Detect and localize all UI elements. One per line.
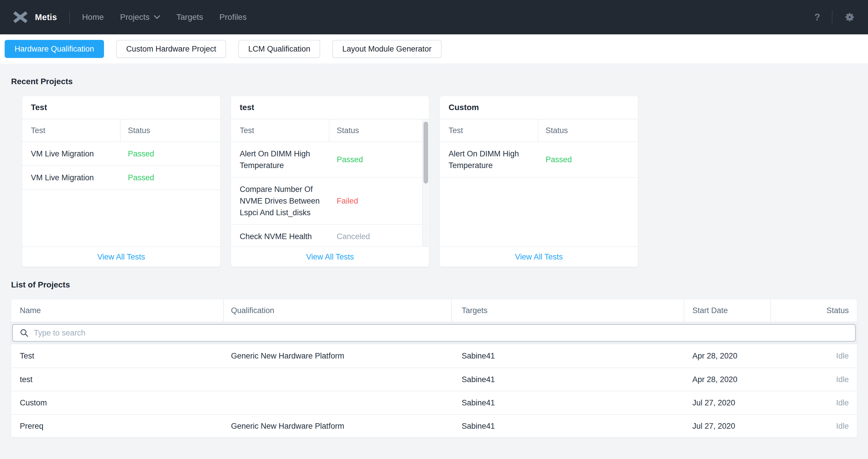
nav-item-profiles[interactable]: Profiles (219, 12, 246, 22)
card-table-header: Test Status (231, 119, 429, 142)
chevron-down-icon (154, 15, 160, 19)
col-header-name: Name (11, 299, 224, 322)
view-all-tests-link[interactable]: View All Tests (515, 252, 563, 262)
nav-item-targets[interactable]: Targets (177, 12, 203, 22)
search-icon (20, 329, 29, 337)
col-header-test: Test (22, 119, 121, 142)
col-header-qualification: Qualification (224, 299, 452, 322)
list-of-projects-title: List of Projects (11, 267, 857, 299)
status-badge: Failed (330, 178, 429, 224)
scrollbar-thumb[interactable] (424, 122, 428, 183)
project-status: Idle (771, 398, 857, 407)
card-table-header: Test Status (22, 119, 220, 142)
page-content: Recent Projects Test Test Status VM Live… (0, 63, 868, 437)
table-row-custom[interactable]: Custom Sabine41 Jul 27, 2020 Idle (11, 391, 857, 414)
status-badge: Passed (330, 142, 429, 177)
nav-item-label: Projects (120, 12, 149, 22)
table-row-test-lower[interactable]: test Sabine41 Apr 28, 2020 Idle (11, 368, 857, 391)
projects-table: Name Qualification Targets Start Date St… (11, 299, 857, 437)
col-header-start-date: Start Date (684, 299, 771, 322)
projects-table-header: Name Qualification Targets Start Date St… (11, 299, 857, 322)
test-name: Check NVME Health (231, 225, 330, 246)
nav-item-label: Targets (177, 12, 203, 22)
table-row-test[interactable]: Test Generic New Hardware Platform Sabin… (11, 344, 857, 368)
project-start-date: Apr 28, 2020 (684, 375, 771, 384)
card-title: Test (22, 96, 220, 119)
col-header-test: Test (231, 119, 330, 142)
project-status: Idle (771, 351, 857, 361)
test-row: Compare Number Of NVME Drives Between Ls… (231, 178, 429, 225)
project-name: Prereq (11, 422, 224, 431)
gear-icon[interactable] (844, 12, 855, 23)
project-status: Idle (771, 422, 857, 431)
card-title: test (231, 96, 429, 119)
status-badge: Canceled (330, 225, 429, 246)
col-header-status: Status (538, 119, 638, 142)
card-footer: View All Tests (440, 246, 638, 267)
project-status: Idle (771, 375, 857, 384)
project-targets: Sabine41 (452, 351, 684, 361)
project-qualification: Generic New Hardware Platform (224, 351, 452, 361)
test-row: VM Live Migration Passed (22, 142, 220, 166)
navbar-divider (832, 10, 833, 24)
filter-hardware-qualification[interactable]: Hardware Qualification (5, 40, 104, 58)
col-header-status: Status (771, 299, 857, 322)
recent-project-cards: Test Test Status VM Live Migration Passe… (11, 96, 857, 267)
projects-table-body: Test Generic New Hardware Platform Sabin… (11, 344, 857, 437)
project-name: Test (11, 351, 224, 361)
project-card-test-lower: test Test Status Alert On DIMM High Temp… (231, 96, 429, 267)
col-header-test: Test (440, 119, 538, 142)
test-name: VM Live Migration (22, 166, 121, 189)
nav-item-label: Profiles (219, 12, 246, 22)
top-navbar: Metis Home Projects Targets Profiles ? (0, 0, 868, 34)
project-qualification: Generic New Hardware Platform (224, 422, 452, 431)
project-targets: Sabine41 (452, 422, 684, 431)
card-test-table: Test Status Alert On DIMM High Temperatu… (231, 119, 429, 246)
card-footer: View All Tests (22, 246, 220, 267)
search-box (12, 324, 856, 342)
card-footer: View All Tests (231, 246, 429, 267)
view-all-tests-link[interactable]: View All Tests (97, 252, 145, 262)
table-row-prereq[interactable]: Prereq Generic New Hardware Platform Sab… (11, 414, 857, 437)
filter-custom-hardware-project[interactable]: Custom Hardware Project (116, 40, 226, 58)
col-header-targets: Targets (452, 299, 684, 322)
scrollbar-track[interactable] (422, 119, 429, 246)
search-input[interactable] (34, 325, 855, 341)
project-start-date: Jul 27, 2020 (684, 398, 771, 407)
metis-x-logo-icon[interactable] (13, 11, 28, 23)
help-icon[interactable]: ? (814, 12, 820, 23)
status-badge: Passed (538, 142, 638, 177)
navbar-right: ? (814, 10, 855, 24)
nav-item-label: Home (82, 12, 104, 22)
filter-layout-module-generator[interactable]: Layout Module Generator (332, 40, 441, 58)
filter-lcm-qualification[interactable]: LCM Qualification (238, 40, 320, 58)
project-start-date: Jul 27, 2020 (684, 422, 771, 431)
project-targets: Sabine41 (452, 398, 684, 407)
test-name: Compare Number Of NVME Drives Between Ls… (231, 178, 330, 224)
test-name: Alert On DIMM High Temperature (231, 142, 330, 177)
card-test-table: Test Status VM Live Migration Passed VM … (22, 119, 220, 246)
status-badge: Passed (121, 142, 220, 165)
project-targets: Sabine41 (452, 375, 684, 384)
test-name: Alert On DIMM High Temperature (440, 142, 538, 177)
view-all-tests-link[interactable]: View All Tests (306, 252, 354, 262)
status-badge: Passed (121, 166, 220, 189)
brand-name[interactable]: Metis (35, 12, 57, 22)
project-card-test: Test Test Status VM Live Migration Passe… (22, 96, 220, 267)
project-card-custom: Custom Test Status Alert On DIMM High Te… (440, 96, 638, 267)
search-row (11, 322, 857, 344)
nav-item-home[interactable]: Home (82, 12, 104, 22)
card-table-header: Test Status (440, 119, 638, 142)
card-test-table: Test Status Alert On DIMM High Temperatu… (440, 119, 638, 246)
test-row: Alert On DIMM High Temperature Passed (231, 142, 429, 178)
col-header-status: Status (330, 119, 429, 142)
test-name: VM Live Migration (22, 142, 121, 165)
navbar-divider (69, 11, 70, 23)
test-row: VM Live Migration Passed (22, 166, 220, 190)
card-title: Custom (440, 96, 638, 119)
nav-item-projects[interactable]: Projects (120, 12, 160, 22)
project-name: test (11, 375, 224, 384)
recent-projects-title: Recent Projects (11, 63, 857, 96)
qualification-filter-bar: Hardware Qualification Custom Hardware P… (0, 34, 868, 63)
nav-items: Home Projects Targets Profiles (82, 12, 247, 22)
